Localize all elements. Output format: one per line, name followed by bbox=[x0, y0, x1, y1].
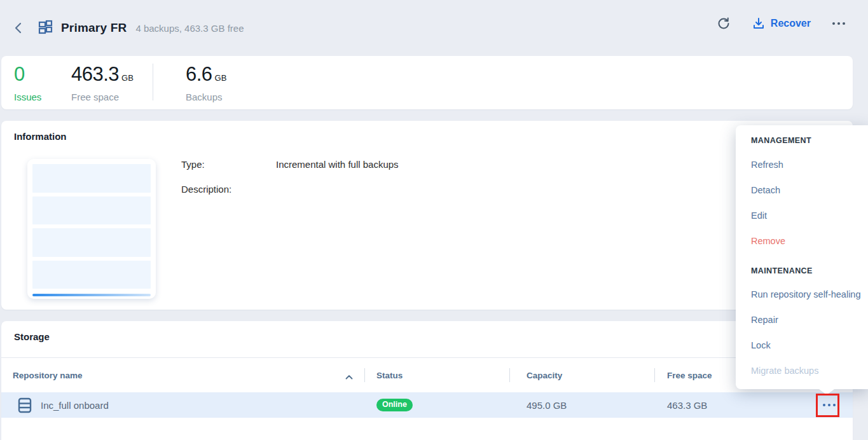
header-ellipsis-button[interactable] bbox=[832, 22, 845, 25]
backups-label: Backups bbox=[186, 92, 226, 102]
storage-card: Storage Repository name Status Capacity … bbox=[1, 321, 853, 440]
backups-unit: GB bbox=[215, 73, 227, 83]
ellipsis-icon bbox=[823, 404, 825, 406]
field-type-label: Type: bbox=[181, 159, 276, 170]
repository-name: Inc_full onboard bbox=[41, 392, 109, 418]
chevron-left-icon bbox=[15, 22, 22, 34]
thumbnail-progress-line bbox=[32, 294, 151, 296]
menu-pointer-arrow bbox=[819, 389, 834, 395]
summary-stats-card: 0 Issues 463.3GB Free space 6.6GB Backup… bbox=[1, 56, 853, 109]
row-actions-ellipsis-button[interactable] bbox=[817, 392, 841, 418]
stat-backups: 6.6GB Backups bbox=[186, 63, 226, 102]
information-title: Information bbox=[14, 131, 67, 142]
menu-item-run-self-healing[interactable]: Run repository self-healing bbox=[736, 282, 868, 307]
recover-button-label: Recover bbox=[771, 18, 811, 29]
sort-ascending-icon[interactable] bbox=[345, 372, 353, 382]
menu-item-refresh[interactable]: Refresh bbox=[736, 152, 868, 177]
refresh-icon bbox=[717, 17, 731, 31]
free-space-label: Free space bbox=[71, 92, 134, 102]
menu-section-maintenance: MAINTENANCE bbox=[736, 254, 868, 282]
stat-issues: 0 Issues bbox=[14, 63, 41, 102]
backups-value: 6.6 bbox=[186, 63, 212, 85]
stat-free-space: 463.3GB Free space bbox=[71, 63, 134, 102]
menu-item-remove[interactable]: Remove bbox=[736, 228, 868, 254]
menu-item-detach[interactable]: Detach bbox=[736, 177, 868, 203]
column-header-repository-name[interactable]: Repository name bbox=[13, 371, 83, 380]
storage-table-header: Repository name Status Capacity Free spa… bbox=[1, 358, 853, 392]
storage-title: Storage bbox=[14, 331, 50, 342]
download-icon bbox=[752, 17, 765, 30]
status-badge: Online bbox=[376, 399, 413, 411]
menu-item-edit[interactable]: Edit bbox=[736, 203, 868, 228]
repository-icon bbox=[37, 20, 53, 36]
back-button[interactable] bbox=[9, 18, 27, 38]
disk-stack-icon bbox=[18, 397, 32, 416]
page-subtitle: 4 backups, 463.3 GB free bbox=[135, 23, 244, 34]
repository-preview-thumbnail bbox=[27, 159, 156, 299]
stats-divider bbox=[153, 64, 153, 100]
refresh-button[interactable] bbox=[717, 17, 731, 31]
field-type: Type: Incremental with full backups bbox=[181, 159, 399, 170]
table-row-repository[interactable]: Inc_full onboard Online 495.0 GB 463.3 G… bbox=[1, 392, 853, 418]
free-space-value: 463.3 bbox=[71, 63, 119, 85]
information-card: Information Type: Incremental with full … bbox=[1, 121, 853, 310]
menu-section-management: MANAGEMENT bbox=[736, 129, 868, 152]
page-title: Primary FR bbox=[61, 21, 127, 35]
repository-context-menu: MANAGEMENT Refresh Detach Edit Remove MA… bbox=[736, 125, 868, 389]
field-description-label: Description: bbox=[181, 184, 276, 195]
column-header-status[interactable]: Status bbox=[376, 371, 403, 380]
repository-free-space: 463.3 GB bbox=[667, 392, 707, 418]
ellipsis-icon bbox=[832, 22, 835, 25]
issues-label: Issues bbox=[14, 92, 41, 102]
menu-item-lock[interactable]: Lock bbox=[736, 333, 868, 358]
repository-capacity: 495.0 GB bbox=[527, 392, 567, 418]
menu-item-migrate-backups[interactable]: Migrate backups bbox=[736, 358, 868, 383]
page-header: Primary FR 4 backups, 463.3 GB free Reco… bbox=[0, 0, 868, 56]
field-type-value: Incremental with full backups bbox=[276, 159, 399, 170]
field-description: Description: bbox=[181, 184, 399, 195]
free-space-unit: GB bbox=[121, 73, 134, 83]
column-header-free-space[interactable]: Free space bbox=[667, 371, 712, 380]
column-header-capacity[interactable]: Capacity bbox=[527, 371, 562, 380]
issues-count: 0 bbox=[14, 63, 41, 86]
menu-item-repair[interactable]: Repair bbox=[736, 307, 868, 333]
recover-button[interactable]: Recover bbox=[752, 17, 811, 30]
